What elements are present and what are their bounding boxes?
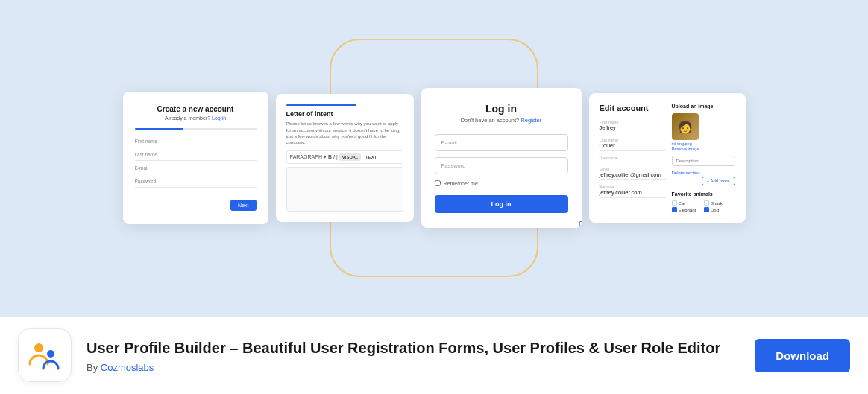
create-account-card: Create a new account Already a member? L… bbox=[123, 92, 268, 224]
cb-cat-label: Cat bbox=[679, 201, 685, 206]
italic-icon: I bbox=[333, 154, 335, 159]
page-wrapper: Create a new account Already a member? L… bbox=[0, 0, 868, 394]
remember-checkbox[interactable] bbox=[435, 180, 441, 186]
cb-shark-box[interactable] bbox=[704, 200, 709, 206]
last-name-value: Collier bbox=[600, 142, 666, 151]
login-card: Log in Don't have an account? Register E… bbox=[421, 88, 582, 228]
info-bar: User Profile Builder – Beautiful User Re… bbox=[0, 316, 868, 394]
email-group: Email jeffrey.collier@gmail.com bbox=[600, 167, 666, 180]
letter-toolbar: PARAGRAPH ▾ B I | VISUAL TEXT bbox=[286, 150, 403, 164]
cursor-icon: ☞ bbox=[578, 216, 582, 228]
letter-title: Letter of intent bbox=[286, 110, 403, 118]
plugin-info: User Profile Builder – Beautiful User Re… bbox=[87, 338, 740, 373]
cb-elephant-box[interactable] bbox=[672, 207, 677, 212]
tab-text[interactable]: TEXT bbox=[362, 153, 380, 161]
cards-container: Create a new account Already a member? L… bbox=[61, 88, 807, 228]
field-first-name: First name bbox=[135, 139, 257, 147]
cb-shark-label: Shark bbox=[711, 201, 723, 206]
create-account-subtitle: Already a member? Log in bbox=[135, 115, 257, 121]
first-name-value: Jeffrey bbox=[600, 124, 666, 133]
upload-title: Upload an image bbox=[672, 104, 735, 109]
website-value: jeffrey.collier.com bbox=[600, 189, 666, 198]
edit-left-panel: Edit account First name Jeffrey Last nam… bbox=[600, 104, 666, 212]
paragraph-select: PARAGRAPH ▾ bbox=[290, 154, 327, 160]
plugin-title: User Profile Builder – Beautiful User Re… bbox=[87, 338, 740, 358]
tab-visual[interactable]: VISUAL bbox=[339, 153, 361, 161]
delete-section-link[interactable]: Delete section bbox=[672, 171, 735, 175]
favorite-animals-checkboxes: Cat Shark Elephant Dog bbox=[672, 200, 735, 212]
author-link[interactable]: Cozmoslabs bbox=[101, 362, 154, 373]
website-group: Website jeffrey.collier.com bbox=[600, 185, 666, 198]
plugin-author: By Cozmoslabs bbox=[87, 362, 740, 373]
remember-me: Remember me bbox=[435, 180, 568, 186]
img-remove-link[interactable]: Remove image bbox=[672, 147, 735, 151]
next-button[interactable]: Next bbox=[230, 200, 256, 211]
edit-account-card: Edit account First name Jeffrey Last nam… bbox=[589, 93, 746, 223]
cb-dog-label: Dog bbox=[711, 208, 719, 212]
letter-card: Letter of intent Please let us know in a… bbox=[276, 94, 414, 222]
username-group: Username bbox=[600, 156, 666, 162]
add-more-button[interactable]: + Add more bbox=[702, 177, 735, 185]
letter-desc: Please let us know in a few words why yo… bbox=[286, 121, 403, 146]
cb-cat: Cat bbox=[672, 200, 703, 206]
letter-editor[interactable] bbox=[286, 167, 403, 212]
avatar-image: 🧑 bbox=[672, 113, 699, 140]
cb-cat-box[interactable] bbox=[672, 200, 677, 206]
avatar: 🧑 bbox=[672, 113, 699, 140]
field-last-name: Last name bbox=[135, 152, 257, 161]
svg-point-1 bbox=[47, 350, 54, 358]
first-name-group: First name Jeffrey bbox=[600, 120, 666, 133]
cb-dog-box[interactable] bbox=[704, 207, 709, 212]
cb-dog: Dog bbox=[704, 207, 735, 212]
logo-svg bbox=[27, 337, 63, 373]
username-value bbox=[600, 160, 666, 162]
create-account-title: Create a new account bbox=[135, 105, 257, 113]
email-input[interactable]: E-mail bbox=[435, 134, 568, 151]
email-value: jeffrey.collier@gmail.com bbox=[600, 171, 666, 180]
edit-right-panel: Upload an image 🧑 mi-img.png Remove imag… bbox=[672, 104, 735, 212]
cb-elephant: Elephant bbox=[672, 207, 703, 212]
bold-icon: B bbox=[328, 154, 332, 159]
fav-title: Favorite animals bbox=[672, 191, 735, 197]
password-input[interactable]: Password bbox=[435, 157, 568, 174]
cb-shark: Shark bbox=[704, 200, 735, 206]
letter-progress-bar bbox=[286, 104, 356, 106]
field-email: E-mail bbox=[135, 165, 257, 174]
login-button[interactable]: Log in bbox=[435, 195, 568, 213]
description-input[interactable] bbox=[672, 156, 735, 166]
field-password: Password bbox=[135, 179, 257, 188]
login-subtitle: Don't have an account? Register bbox=[435, 117, 568, 124]
download-button[interactable]: Download bbox=[755, 339, 850, 372]
last-name-group: Last name Collier bbox=[600, 138, 666, 151]
plugin-logo bbox=[18, 328, 72, 382]
svg-point-0 bbox=[34, 343, 43, 352]
img-name: mi-img.png bbox=[672, 142, 735, 146]
register-link[interactable]: Register bbox=[521, 117, 541, 124]
cb-elephant-label: Elephant bbox=[679, 208, 696, 212]
banner: Create a new account Already a member? L… bbox=[0, 0, 868, 316]
toolbar-sep: | bbox=[336, 154, 338, 159]
login-link[interactable]: Log in bbox=[212, 115, 226, 121]
login-title: Log in bbox=[435, 103, 568, 115]
edit-title: Edit account bbox=[600, 104, 666, 112]
create-progress-bar bbox=[135, 128, 257, 130]
